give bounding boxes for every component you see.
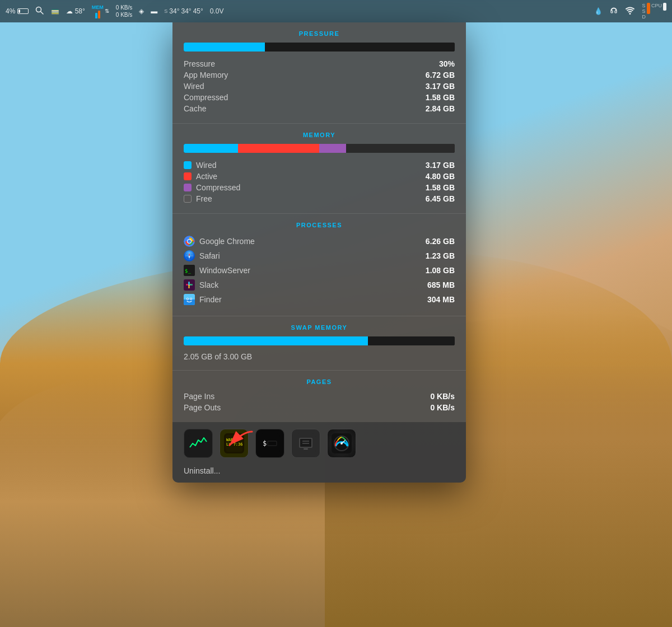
ispeed-icon[interactable] xyxy=(327,429,356,458)
svg-point-47 xyxy=(340,442,343,444)
weather-indicator[interactable]: ☁ 58° xyxy=(66,7,85,15)
memory-value-3: 6.45 GB xyxy=(426,194,455,203)
process-value-slack: 685 MB xyxy=(427,280,455,289)
memory-seg-free xyxy=(346,144,455,153)
pressure-value-4: 2.84 GB xyxy=(426,104,455,113)
screen-icon[interactable]: ▬ xyxy=(151,7,157,15)
process-row-chrome: Google Chrome 6.26 GB xyxy=(184,234,455,249)
svg-rect-18 xyxy=(188,287,190,288)
pages-row-0: Page Ins 0 KB/s xyxy=(184,391,455,402)
pages-section: PAGES Page Ins 0 KB/s Page Outs 0 KB/s xyxy=(172,371,466,422)
process-row-windowserver: $_ WindowServer 1.08 GB xyxy=(184,263,455,278)
memory-seg-active xyxy=(238,144,319,153)
battery-indicator[interactable]: 4% xyxy=(6,7,29,15)
temp2: 34° xyxy=(181,7,191,15)
pressure-label-1: App Memory xyxy=(184,71,228,79)
mem-bar-1 xyxy=(95,13,97,18)
processes-title: PROCESSES xyxy=(184,222,455,228)
network-indicator[interactable]: 0 KB/s 0 KB/s xyxy=(116,4,132,18)
swap-description: 2.05 GB of 3.00 GB xyxy=(184,352,455,361)
svg-rect-16 xyxy=(188,282,190,283)
process-row-safari: Safari 1.23 GB xyxy=(184,249,455,263)
battery-icon xyxy=(17,8,29,14)
memory-value-0: 3.17 GB xyxy=(426,161,455,170)
process-label-safari: Safari xyxy=(184,250,220,261)
activity-monitor-icon[interactable] xyxy=(184,429,213,458)
process-value-windowserver: 1.08 GB xyxy=(426,266,455,275)
wifi-icon[interactable] xyxy=(625,7,635,16)
swap-empty xyxy=(368,336,455,345)
svg-rect-15 xyxy=(186,284,188,286)
memory-seg-compressed xyxy=(319,144,346,153)
memory-section: MEMORY Wired 3.17 GB Active 4.80 GB Com xyxy=(172,124,466,214)
menubar: 4% 🚃 ☁ 58° MEM ⇅ xyxy=(0,0,672,22)
memory-label-2: Compressed xyxy=(184,183,240,192)
pressure-value-1: 6.72 GB xyxy=(426,71,455,79)
safari-icon xyxy=(184,250,195,261)
pressure-label-2: Wired xyxy=(184,82,204,91)
wired-dot xyxy=(184,161,192,169)
spotlight-icon[interactable] xyxy=(35,6,44,17)
free-dot xyxy=(184,195,192,203)
pressure-title: PRESSURE xyxy=(184,30,455,37)
ssd-cpu-indicator[interactable]: SSD CPU xyxy=(642,3,666,20)
process-row-finder: Finder 304 MB xyxy=(184,292,455,307)
pressure-label-0: Pressure xyxy=(184,59,215,68)
network-down: 0 KB/s xyxy=(116,11,132,18)
swap-title: SWAP MEMORY xyxy=(184,324,455,331)
memory-row-1: Active 4.80 GB xyxy=(184,171,455,182)
pressure-empty xyxy=(265,43,455,52)
process-row-slack: Slack 685 MB xyxy=(184,278,455,292)
droplet-icon[interactable]: 💧 xyxy=(594,7,603,15)
transit-icon[interactable]: 🚃 xyxy=(51,7,59,15)
process-label-slack: Slack xyxy=(184,279,218,291)
memory-label-1: Active xyxy=(184,172,217,181)
pages-label-1: Page Outs xyxy=(184,403,221,412)
memory-row-3: Free 6.45 GB xyxy=(184,193,455,204)
pressure-row-3: Compressed 1.58 GB xyxy=(184,92,455,103)
uninstall-button[interactable]: Uninstall... xyxy=(184,466,220,475)
system-info-icon[interactable] xyxy=(291,429,320,458)
memory-value-1: 4.80 GB xyxy=(426,172,455,181)
process-value-finder: 304 MB xyxy=(427,295,455,304)
finder-icon xyxy=(184,294,195,305)
battery-fill xyxy=(18,10,20,13)
pressure-fill xyxy=(184,43,265,52)
menubar-right: 💧 SSD CPU xyxy=(594,3,666,20)
voltage-indicator[interactable]: 0.0V xyxy=(210,7,224,15)
memory-label-3: Free xyxy=(184,194,212,203)
pages-row-1: Page Outs 0 KB/s xyxy=(184,402,455,413)
svg-rect-22 xyxy=(188,285,190,287)
active-dot xyxy=(184,172,192,180)
pages-label-0: Page Ins xyxy=(184,392,214,401)
temperature-indicator[interactable]: S 34° 34° 45° xyxy=(164,7,203,15)
processes-section: PROCESSES xyxy=(172,214,466,316)
memory-popup: PRESSURE Pressure 30% App Memory 6.72 GB… xyxy=(172,22,466,483)
chrome-icon xyxy=(184,236,195,247)
pressure-value-3: 1.58 GB xyxy=(426,93,455,102)
process-value-safari: 1.23 GB xyxy=(426,251,455,260)
swap-fill xyxy=(184,336,368,345)
temp3: 45° xyxy=(193,7,203,15)
slack-icon xyxy=(184,279,195,291)
svg-point-27 xyxy=(187,298,188,300)
memory-bar xyxy=(184,144,455,153)
mem-indicator[interactable]: MEM ⇅ xyxy=(92,4,109,18)
pressure-label-4: Cache xyxy=(184,104,206,113)
memory-value-2: 1.58 GB xyxy=(426,183,455,192)
pressure-row-0: Pressure 30% xyxy=(184,58,455,69)
memory-row-0: Wired 3.17 GB xyxy=(184,160,455,171)
sort-icon: ⇅ xyxy=(105,8,109,15)
ssd-bar xyxy=(647,3,650,14)
fantastical-icon[interactable]: ◈ xyxy=(139,7,144,15)
swap-memory-section: SWAP MEMORY 2.05 GB of 3.00 GB xyxy=(172,316,466,371)
temp1: 34° xyxy=(169,7,179,15)
cpu-bar xyxy=(663,3,666,11)
network-up: 0 KB/s xyxy=(116,4,132,11)
headphones-icon[interactable] xyxy=(609,6,618,17)
process-value-chrome: 6.26 GB xyxy=(426,237,455,246)
svg-rect-29 xyxy=(188,433,208,453)
cpu-label: CPU xyxy=(651,3,662,20)
process-label-chrome: Google Chrome xyxy=(184,236,255,247)
arrow-indicator xyxy=(216,426,261,462)
